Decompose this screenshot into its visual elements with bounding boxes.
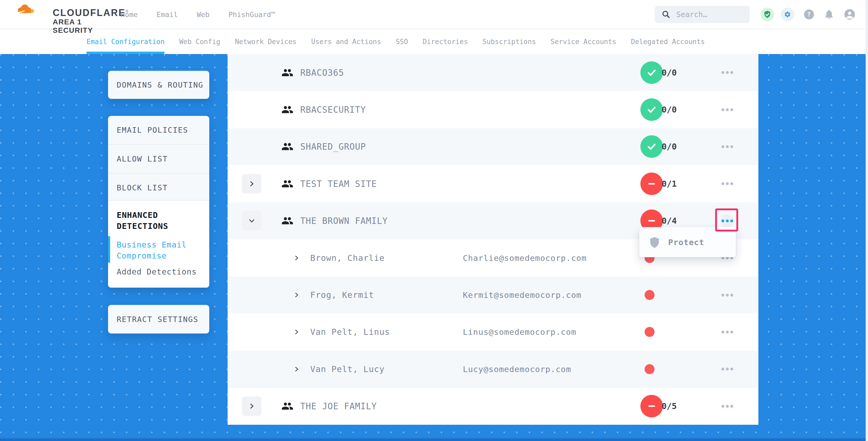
table-row-group: TEST TEAM SITE0/1 (228, 165, 758, 202)
status-protected-icon (640, 98, 663, 121)
group-name: RBACSECURITY (300, 105, 366, 115)
active-item-indicator-bar (108, 236, 110, 263)
tab-users-and-actions[interactable]: Users and Actions (311, 29, 381, 54)
nav-item-web[interactable]: Web (197, 10, 210, 19)
row-actions-button[interactable] (721, 140, 734, 153)
sidebar-item-domains-routing[interactable]: DOMAINS & ROUTING (108, 71, 209, 99)
group-icon (281, 178, 293, 190)
member-name: Van Pelt, Lucy (310, 364, 385, 374)
cloudflare-cloud-icon (11, 3, 39, 16)
top-navigation: HomeEmailWebPhishGuard™ (121, 0, 275, 29)
search-icon (662, 10, 671, 19)
search-input[interactable] (676, 10, 740, 19)
row-actions-button[interactable] (721, 103, 734, 116)
sidebar-item-business-email-compromise[interactable]: Business Email Compromise (117, 240, 190, 261)
member-email: Linus@somedemocorp.com (463, 327, 577, 337)
status-unprotected-dot (645, 327, 655, 337)
status-unprotected-dot (645, 290, 655, 300)
tab-web-config[interactable]: Web Config (179, 29, 220, 54)
group-icon (281, 400, 293, 412)
member-count: 0/0 (662, 105, 677, 115)
member-count: 0/4 (662, 216, 677, 226)
table-row-group: SHARED_GROUP0/0 (228, 128, 758, 165)
row-actions-button[interactable] (721, 177, 734, 190)
member-chevron-icon (294, 255, 300, 261)
nav-item-phishguard[interactable]: PhishGuard™ (228, 10, 275, 19)
tab-network-devices[interactable]: Network Devices (235, 29, 297, 54)
group-icon (281, 103, 293, 116)
status-protected-icon (640, 61, 663, 84)
tab-sso[interactable]: SSO (396, 29, 408, 54)
member-count: 0/1 (662, 179, 677, 189)
table-row-member: Van Pelt, LinusLinus@somedemocorp.com (228, 314, 758, 351)
sidebar-card-email-policies: EMAIL POLICIES ALLOW LIST BLOCK LIST ENH… (108, 116, 209, 288)
sidebar-card-retract-settings: RETRACT SETTINGS (108, 305, 209, 334)
menu-item-protect[interactable]: Protect (668, 238, 704, 247)
tab-directories[interactable]: Directories (423, 29, 468, 54)
sidebar-item-allow-list[interactable]: ALLOW LIST (108, 144, 209, 173)
table-row-member: Van Pelt, LucyLucy@somedemocorp.com (228, 351, 758, 387)
search-box (655, 6, 750, 23)
group-name: RBACO365 (300, 67, 344, 77)
svg-text:?: ? (807, 11, 811, 18)
shield-icon (650, 237, 659, 248)
section-tabs: Email ConfigurationWeb ConfigNetwork Dev… (0, 29, 868, 54)
table-row-group: RBACO3650/0 (228, 54, 758, 91)
table-row-group: THE JOE FAMILY0/5 (228, 388, 758, 425)
expand-toggle-button[interactable] (242, 174, 261, 193)
annotation-highlight-box (715, 209, 738, 231)
member-name: Brown, Charlie (310, 253, 385, 263)
sidebar-item-block-list[interactable]: BLOCK LIST (108, 173, 209, 202)
brand-name: CLOUDFLARE® (53, 7, 129, 18)
sidebar-card-domains-routing: DOMAINS & ROUTING (108, 71, 209, 99)
row-actions-button[interactable] (721, 66, 734, 79)
group-name: TEST TEAM SITE (300, 179, 377, 189)
enhanced-detections-title[interactable]: ENHANCED DETECTIONS (117, 210, 185, 231)
expand-toggle-button[interactable] (242, 211, 261, 230)
member-name: Frog, Kermit (310, 290, 374, 300)
notifications-bell-icon[interactable] (824, 9, 835, 20)
nav-item-home[interactable]: Home (121, 10, 138, 19)
expand-toggle-button[interactable] (242, 397, 261, 416)
member-name: Van Pelt, Linus (310, 327, 390, 337)
content-background: DOMAINS & ROUTING EMAIL POLICIES ALLOW L… (0, 54, 868, 441)
member-count: 0/0 (662, 141, 677, 152)
row-actions-button[interactable] (721, 363, 734, 376)
bottom-edge-band (0, 438, 868, 441)
table-row-member: Frog, KermitKermit@somedemocorp.com (228, 276, 758, 313)
member-chevron-icon (294, 329, 300, 335)
nav-item-email[interactable]: Email (157, 10, 178, 19)
member-count: 0/0 (662, 68, 677, 77)
scrollbar[interactable] (866, 0, 868, 441)
member-chevron-icon (294, 366, 300, 372)
member-count: 0/5 (662, 401, 677, 411)
status-protected-icon (640, 135, 663, 158)
member-chevron-icon (294, 292, 300, 298)
row-actions-button[interactable] (721, 400, 734, 413)
tab-delegated-accounts[interactable]: Delegated Accounts (631, 29, 705, 54)
tab-service-accounts[interactable]: Service Accounts (551, 29, 616, 54)
group-icon (281, 215, 293, 227)
settings-gear-icon[interactable] (781, 8, 794, 21)
table-row-group: RBACSECURITY0/0 (228, 91, 758, 128)
member-email: Kermit@somedemocorp.com (463, 290, 581, 300)
brand-product: AREA 1 SECURITY (53, 18, 100, 35)
group-name: SHARED_GROUP (300, 141, 366, 152)
help-icon[interactable]: ? (804, 9, 814, 20)
status-unprotected-dot (645, 364, 655, 374)
group-icon (281, 67, 293, 78)
row-context-menu: Protect (639, 227, 736, 257)
protection-status-icon[interactable] (761, 8, 774, 21)
sidebar-item-email-policies[interactable]: EMAIL POLICIES (108, 116, 209, 144)
status-unprotected-icon (640, 395, 663, 417)
group-name: THE BROWN FAMILY (300, 216, 388, 226)
row-actions-button[interactable] (721, 325, 734, 339)
cloudflare-logo: CLOUDFLARE® AREA 1 SECURITY (11, 2, 100, 28)
row-actions-button[interactable] (721, 288, 734, 302)
sidebar-item-added-detections[interactable]: Added Detections (117, 267, 209, 276)
tab-subscriptions[interactable]: Subscriptions (483, 29, 536, 54)
account-avatar-icon[interactable] (844, 9, 855, 20)
member-email: Charlie@somedemocorp.com (463, 253, 587, 263)
sidebar-item-retract-settings[interactable]: RETRACT SETTINGS (108, 305, 209, 334)
sidebar-section-enhanced-detections: ENHANCED DETECTIONS Business Email Compr… (108, 200, 209, 288)
